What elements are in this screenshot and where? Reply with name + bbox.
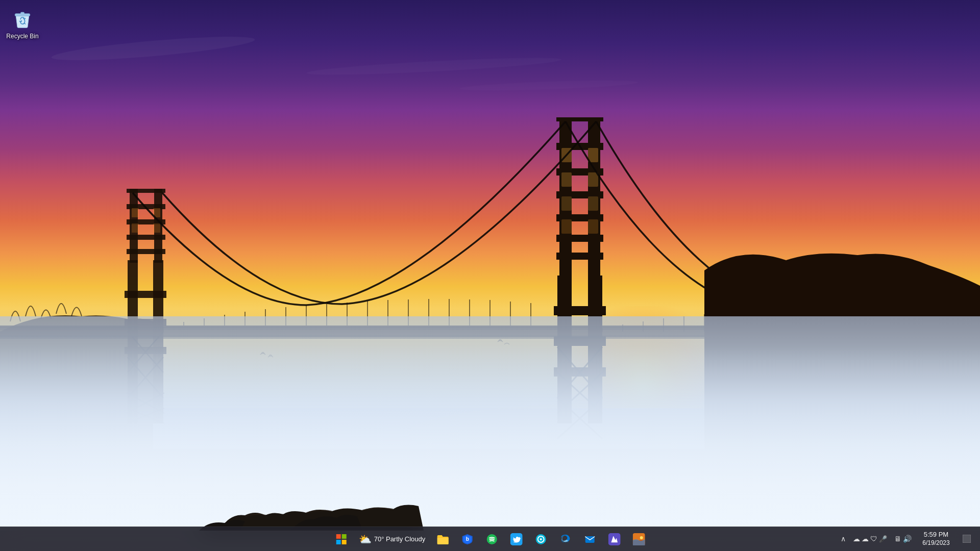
tray-icons-area[interactable]: ☁ ☁ 🛡 🎤 — [850, 533, 890, 545]
clock-date: 6/19/2023 — [922, 539, 949, 547]
svg-rect-8 — [556, 117, 603, 121]
display-icon: 🖥 — [894, 535, 901, 543]
file-explorer-button[interactable] — [431, 528, 454, 550]
notification-button[interactable] — [958, 530, 976, 548]
weather-widget[interactable]: ⛅ 70° Partly Cloudy — [355, 528, 430, 550]
microphone-icon: 🎤 — [879, 535, 887, 543]
start-button[interactable] — [330, 528, 353, 550]
volume-icon: 🔊 — [903, 535, 912, 543]
taskbar-center: ⛅ 70° Partly Cloudy b — [330, 528, 650, 550]
weather-icon: ⛅ — [359, 533, 372, 545]
water — [0, 316, 980, 531]
taskbar-right: ∧ ☁ ☁ 🛡 🎤 🖥 🔊 5:59 PM 6/19/2023 — [838, 530, 976, 548]
svg-rect-83 — [336, 534, 341, 539]
svg-point-98 — [640, 536, 643, 539]
svg-rect-33 — [127, 235, 165, 240]
mail-button[interactable] — [578, 528, 601, 550]
svg-rect-87 — [437, 538, 448, 544]
svg-rect-86 — [342, 540, 347, 544]
svg-rect-18 — [588, 172, 598, 187]
svg-rect-35 — [132, 208, 139, 217]
svg-rect-84 — [342, 534, 347, 539]
svg-rect-14 — [556, 253, 603, 260]
taskbar: ⛅ 70° Partly Cloudy b — [0, 527, 980, 551]
svg-rect-82 — [20, 12, 24, 14]
purple-app-button[interactable] — [603, 528, 625, 550]
twitter-button[interactable] — [505, 528, 527, 550]
svg-point-93 — [540, 538, 542, 540]
svg-rect-19 — [561, 196, 572, 211]
recycle-bin-icon[interactable]: Recycle Bin — [2, 4, 43, 43]
desktop: Recycle Bin ⛅ 70° Partly Cloudy — [0, 0, 980, 551]
svg-rect-30 — [127, 189, 165, 193]
onedrive-icon: ☁ — [862, 535, 869, 543]
svg-rect-22 — [588, 219, 598, 234]
recycle-bin-label: Recycle Bin — [6, 33, 38, 41]
svg-rect-20 — [588, 196, 598, 211]
security-icon: 🛡 — [870, 535, 877, 543]
spotify-button[interactable] — [480, 528, 503, 550]
foreground-rocks — [199, 469, 444, 531]
bitwarden-button[interactable]: b — [456, 528, 478, 550]
recycle-bin-image — [10, 6, 35, 31]
svg-rect-17 — [561, 172, 572, 187]
svg-rect-99 — [963, 535, 971, 543]
clock-time: 5:59 PM — [924, 531, 948, 539]
svg-rect-38 — [153, 223, 160, 233]
svg-rect-3 — [554, 306, 606, 315]
svg-rect-34 — [127, 249, 165, 254]
clock[interactable]: 5:59 PM 6/19/2023 — [916, 530, 957, 548]
weather-temp: 70° Partly Cloudy — [374, 535, 426, 543]
keeper-button[interactable] — [529, 528, 552, 550]
svg-rect-85 — [336, 540, 341, 544]
svg-rect-21 — [561, 219, 572, 234]
photos-button[interactable] — [627, 528, 650, 550]
svg-text:b: b — [465, 536, 469, 542]
svg-rect-25 — [125, 291, 166, 298]
svg-rect-13 — [556, 235, 603, 242]
svg-rect-37 — [132, 223, 139, 233]
cloud-sync-icon: ☁ — [853, 535, 860, 543]
show-hidden-icons[interactable]: ∧ — [838, 533, 849, 545]
quick-settings[interactable]: 🖥 🔊 — [891, 533, 915, 545]
chevron-up-icon: ∧ — [841, 535, 846, 543]
edge-button[interactable] — [554, 528, 576, 550]
